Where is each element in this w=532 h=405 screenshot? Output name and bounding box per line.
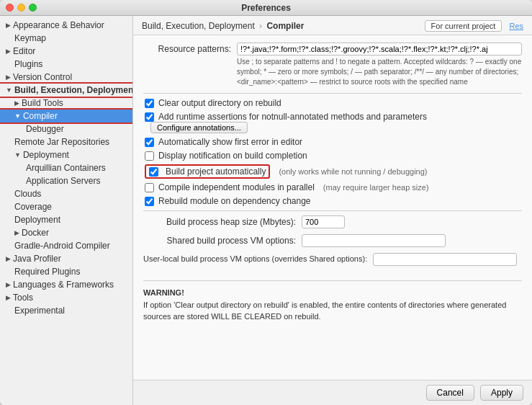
sidebar-item-debugger[interactable]: Debugger: [0, 123, 132, 135]
breadcrumb-part2: Compiler: [266, 21, 304, 31]
sidebar-label-gradle-android: Gradle-Android Compiler: [14, 241, 110, 251]
close-button[interactable]: [6, 4, 14, 12]
checkbox-add-runtime: Add runtime assertions for notnull-annot…: [143, 112, 522, 133]
compile-parallel-hint: (may require larger heap size): [323, 183, 429, 192]
arrow-deployment: [14, 151, 21, 159]
sidebar-label-appearance: Appearance & Behavior: [13, 20, 104, 30]
sidebar-label-clouds: Clouds: [14, 189, 41, 199]
traffic-lights: [6, 4, 37, 12]
sidebar-item-docker[interactable]: Docker: [0, 226, 132, 239]
sidebar-item-arquillian[interactable]: Arquillian Containers: [0, 161, 132, 174]
resource-patterns-value: Use ; to separate patterns and ! to nega…: [237, 43, 522, 87]
checkbox-display-notification: Display notification on build completion: [143, 151, 522, 161]
maximize-button[interactable]: [29, 4, 37, 12]
preferences-window: Preferences Appearance & Behavior Keymap…: [0, 0, 532, 405]
rebuild-on-dep-label: Rebuild module on dependency change: [158, 196, 311, 206]
shared-vm-label: Shared build process VM options:: [143, 234, 302, 246]
sidebar-label-plugins: Plugins: [14, 59, 42, 69]
sidebar-label-deployment2: Deployment: [14, 215, 60, 225]
window-title: Preferences: [241, 3, 291, 13]
sidebar-label-keymap: Keymap: [14, 33, 46, 43]
sidebar-item-app-servers[interactable]: Application Servers: [0, 174, 132, 187]
sidebar-label-deployment: Deployment: [23, 150, 69, 160]
compile-parallel-label: Compile independent modules in parallel: [158, 182, 315, 192]
checkbox-clear-output: Clear output directory on rebuild: [143, 98, 522, 108]
arrow-editor: [6, 48, 11, 55]
resource-patterns-input[interactable]: [237, 43, 522, 55]
sidebar-item-appearance[interactable]: Appearance & Behavior: [0, 19, 132, 32]
warning-text: WARNING! If option 'Clear output directo…: [143, 287, 522, 323]
panel-footer: Cancel Apply: [133, 380, 532, 405]
sidebar-item-editor[interactable]: Editor: [0, 45, 132, 58]
user-local-vm-input[interactable]: [373, 253, 517, 266]
divider2: [143, 210, 522, 211]
sidebar-label-languages: Languages & Frameworks: [13, 280, 114, 290]
heap-size-input[interactable]: [302, 215, 345, 228]
sidebar-item-coverage[interactable]: Coverage: [0, 200, 132, 213]
checkbox-compile-parallel: Compile independent modules in parallel …: [143, 182, 522, 192]
sidebar-label-compiler: Compiler: [23, 111, 58, 121]
sidebar-label-bed: Build, Execution, Deployment: [14, 85, 133, 95]
sidebar-item-deployment2[interactable]: Deployment: [0, 213, 132, 226]
sidebar-label-tools: Tools: [13, 293, 33, 303]
resource-patterns-label: Resource patterns:: [143, 43, 237, 54]
panel-body: Resource patterns: Use ; to separate pat…: [133, 35, 532, 380]
auto-show-checkbox[interactable]: [145, 138, 154, 147]
user-local-vm-label: User-local build process VM options (ove…: [143, 253, 373, 263]
configure-annotations-button[interactable]: Configure annotations...: [150, 122, 248, 133]
shared-vm-input[interactable]: [302, 234, 446, 247]
cancel-button[interactable]: Cancel: [426, 385, 474, 401]
arrow-bed: [6, 86, 12, 94]
sidebar-item-build-exec-deploy[interactable]: Build, Execution, Deployment: [0, 84, 132, 97]
sidebar-item-languages[interactable]: Languages & Frameworks: [0, 278, 132, 291]
display-notification-checkbox[interactable]: [145, 151, 154, 161]
sidebar-item-java-profiler[interactable]: Java Profiler: [0, 252, 132, 265]
add-runtime-label: Add runtime assertions for notnull-annot…: [158, 112, 427, 122]
apply-button[interactable]: Apply: [480, 385, 523, 401]
sidebar-label-java-profiler: Java Profiler: [13, 254, 61, 264]
arrow-compiler: [14, 112, 21, 120]
sidebar-label-app-servers: Application Servers: [26, 176, 100, 186]
sidebar-label-vc: Version Control: [13, 72, 72, 82]
clear-output-checkbox[interactable]: [145, 99, 154, 108]
compile-parallel-checkbox[interactable]: [145, 183, 154, 192]
panel-header: Build, Execution, Deployment › Compiler …: [133, 16, 532, 35]
arrow-tools: [6, 294, 11, 301]
resource-patterns-row: Resource patterns: Use ; to separate pat…: [143, 43, 522, 87]
warning-section: WARNING! If option 'Clear output directo…: [143, 280, 522, 323]
titlebar: Preferences: [0, 0, 532, 16]
minimize-button[interactable]: [17, 4, 25, 12]
build-auto-label: Build project automatically: [166, 166, 266, 177]
arrow-docker: [14, 229, 19, 236]
sidebar-item-compiler[interactable]: Compiler: [0, 110, 132, 123]
sidebar-item-version-control[interactable]: Version Control: [0, 71, 132, 84]
sidebar-item-build-tools[interactable]: Build Tools: [0, 97, 132, 110]
breadcrumb-part1: Build, Execution, Deployment: [142, 21, 255, 31]
sidebar-label-build-tools: Build Tools: [22, 98, 63, 108]
shared-vm-row: Shared build process VM options:: [143, 234, 522, 247]
checkbox-auto-show: Automatically show first error in editor: [143, 137, 522, 147]
sidebar: Appearance & Behavior Keymap Editor Plug…: [0, 16, 133, 405]
auto-show-label: Automatically show first error in editor: [158, 137, 302, 147]
main-content: Appearance & Behavior Keymap Editor Plug…: [0, 16, 532, 405]
build-auto-checkbox[interactable]: [149, 167, 158, 177]
for-current-project-tab[interactable]: For current project: [425, 20, 502, 32]
rebuild-on-dep-checkbox[interactable]: [145, 197, 154, 206]
checkbox-build-auto-row: Build project automatically (only works …: [143, 164, 522, 179]
arrow-java-profiler: [6, 255, 11, 262]
warning-title: WARNING!: [143, 288, 184, 297]
sidebar-label-arquillian: Arquillian Containers: [26, 163, 106, 173]
reset-button[interactable]: Res: [509, 22, 523, 30]
arrow-appearance: [6, 22, 11, 29]
sidebar-item-clouds[interactable]: Clouds: [0, 187, 132, 200]
sidebar-item-deployment[interactable]: Deployment: [0, 148, 132, 161]
sidebar-item-keymap[interactable]: Keymap: [0, 32, 132, 45]
sidebar-item-plugins[interactable]: Plugins: [0, 58, 132, 71]
sidebar-item-tools[interactable]: Tools: [0, 291, 132, 304]
sidebar-item-gradle-android[interactable]: Gradle-Android Compiler: [0, 239, 132, 252]
sidebar-item-experimental[interactable]: Experimental: [0, 304, 132, 317]
sidebar-item-remote-jar[interactable]: Remote Jar Repositories: [0, 135, 132, 148]
build-auto-highlight-box: Build project automatically: [145, 164, 270, 179]
sidebar-item-required-plugins[interactable]: Required Plugins: [0, 265, 132, 278]
add-runtime-checkbox[interactable]: [145, 112, 154, 122]
